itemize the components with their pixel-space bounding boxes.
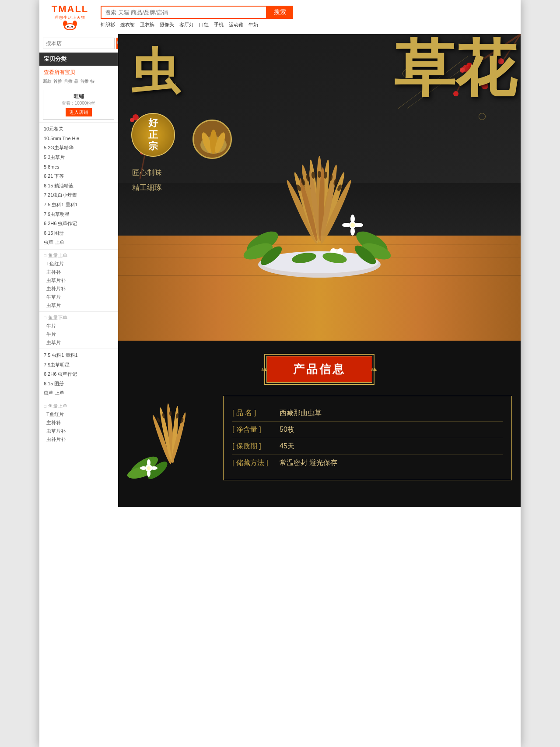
- label-qty: [ 净含量 ]: [232, 425, 276, 434]
- info-row-storage: [ 储藏方法 ] 常温密封 避光保存: [232, 455, 503, 471]
- sidebar-item2-0[interactable]: 7.5 虫科1 量科1: [39, 351, 118, 360]
- gold-badge-text: 好 正 宗: [148, 117, 158, 152]
- nav-link-milk[interactable]: 牛奶: [248, 21, 258, 28]
- sidebar-item-1[interactable]: 10.5mm The Hie: [39, 134, 118, 144]
- sidebar-sub-g2-2[interactable]: 虫草片: [39, 338, 118, 347]
- sidebar-item-8[interactable]: 7.5 虫科1 量科1: [39, 200, 118, 210]
- sidebar-item-11[interactable]: 6.15 图册: [39, 229, 118, 238]
- sidebar-divider-5: [39, 400, 118, 400]
- info-row-qty: [ 净含量 ] 50枚: [232, 422, 503, 438]
- nav-link-phone[interactable]: 手机: [214, 21, 224, 28]
- search-button[interactable]: 搜索: [267, 6, 293, 19]
- value-shelf: 45天: [280, 442, 294, 451]
- sidebar-item2-1[interactable]: 7.9虫草明星: [39, 360, 118, 370]
- value-storage: 常温密封 避光保存: [280, 458, 337, 468]
- nav-link-knit[interactable]: 针织衫: [101, 21, 115, 28]
- nav-link-sweat[interactable]: 卫衣裤: [140, 21, 154, 28]
- sidebar-sub-3[interactable]: 虫补片补: [39, 285, 118, 293]
- sidebar-item-9[interactable]: 7.9虫草明星: [39, 210, 118, 219]
- small-circle-image: [194, 121, 232, 159]
- gold-badge: 好 正 宗: [131, 113, 175, 157]
- hero-section: 虫 草花 好 正 宗: [118, 34, 521, 341]
- sidebar-sub-g3-1[interactable]: 主补补: [39, 419, 118, 427]
- value-name: 西藏那曲虫草: [280, 409, 322, 418]
- second-cordyceps-svg: [127, 396, 210, 492]
- sidebar-divider-2: [39, 249, 118, 250]
- nav-link-lipstick[interactable]: 口红: [199, 21, 209, 28]
- sidebar-sub-g3-0[interactable]: T鱼红片: [39, 410, 118, 419]
- sidebar-item-0[interactable]: 10元相关: [39, 124, 118, 134]
- main-content: 虫 草花 好 正 宗: [118, 34, 521, 507]
- title-bug-char: 虫: [131, 47, 179, 95]
- sidebar-item2-3[interactable]: 6.15 图册: [39, 379, 118, 389]
- sidebar-sub-0[interactable]: T鱼红片: [39, 260, 118, 268]
- label-shelf: [ 保质期 ]: [232, 442, 276, 451]
- sidebar-sub-g2-0[interactable]: 牛片: [39, 322, 118, 330]
- sidebar-category-title: 宝贝分类: [39, 53, 118, 66]
- sidebar-item-7[interactable]: 7.21虫白小炸酱: [39, 190, 118, 200]
- tmall-header: TMALL 理想生活上天猫 搜索: [39, 0, 521, 34]
- main-layout: 🔍 宝贝分类 查看所有宝贝 新款 首推 首推 品 首推 特: [39, 34, 521, 507]
- svg-point-44: [337, 248, 343, 254]
- sidebar-group3: 鱼量上单: [39, 402, 118, 410]
- svg-point-72: [342, 223, 351, 227]
- svg-point-80: [147, 470, 150, 477]
- white-flower-svg: [340, 212, 366, 238]
- sidebar-sub-g3-2[interactable]: 虫草片补: [39, 427, 118, 435]
- search-row: 搜索: [101, 6, 512, 19]
- page-wrapper: TMALL 理想生活上天猫 搜索: [0, 0, 560, 747]
- product-info-header: 产品信息 ❧ ❧: [127, 354, 512, 385]
- nav-link-shoes[interactable]: 运动鞋: [229, 21, 243, 28]
- sidebar-item-4[interactable]: 5.8mcs: [39, 162, 118, 172]
- product-info-table: [ 品 名 ] 西藏那曲虫草 [ 净含量 ] 50枚 [ 保质期 ]: [223, 396, 512, 480]
- sidebar-divider-4: [39, 349, 118, 349]
- cordyceps-pile: [236, 146, 402, 288]
- nav-link-light[interactable]: 客厅灯: [179, 21, 194, 28]
- sidebar-search-input[interactable]: [43, 38, 115, 49]
- page-inner: TMALL 理想生活上天猫 搜索: [39, 0, 521, 747]
- product-info-content: [ 品 名 ] 西藏那曲虫草 [ 净含量 ] 50枚 [ 保质期 ]: [127, 396, 512, 494]
- svg-point-64: [318, 171, 321, 178]
- title-grass-flower: 草花: [394, 39, 516, 100]
- svg-point-74: [350, 223, 355, 227]
- tmall-logo-sub: 理想生活上天猫: [55, 15, 85, 21]
- sidebar-sub-1[interactable]: 主补补: [39, 268, 118, 276]
- svg-point-83: [147, 466, 150, 470]
- sidebar-group-fish-up: 鱼量上单: [39, 251, 118, 260]
- tmall-logo: TMALL 理想生活上天猫: [48, 4, 92, 30]
- nav-link-dress[interactable]: 连衣裙: [120, 21, 135, 28]
- value-qty: 50枚: [280, 425, 294, 434]
- store-card: 旺铺 查看：10000粉丝 进入店铺: [43, 90, 114, 120]
- svg-point-70: [350, 215, 355, 223]
- sidebar-item-5[interactable]: 6.21 下等: [39, 172, 118, 181]
- sidebar-sub-g3-3[interactable]: 虫补片补: [39, 435, 118, 444]
- cat-icon: [62, 21, 78, 30]
- store-card-desc: 查看：10000粉丝: [46, 100, 111, 106]
- sidebar: 🔍 宝贝分类 查看所有宝贝 新款 首推 首推 品 首推 特: [39, 34, 118, 507]
- sidebar-item-2[interactable]: 5.2G虫草精华: [39, 143, 118, 153]
- badge-inner: 产品信息: [266, 356, 372, 383]
- sidebar-item-6[interactable]: 6.15 精油精液: [39, 181, 118, 191]
- ornament-left: ❧: [261, 364, 268, 375]
- sidebar-item-12[interactable]: 虫草 上单: [39, 238, 118, 247]
- subtitle-area: 匠心制味 精工细琢: [132, 166, 162, 195]
- label-name: [ 品 名 ]: [232, 409, 276, 418]
- svg-point-23: [130, 118, 134, 122]
- sidebar-item2-4[interactable]: 虫草 上单: [39, 388, 118, 398]
- product-info-section: 产品信息 ❧ ❧: [118, 341, 521, 507]
- svg-point-81: [140, 466, 147, 470]
- cordyceps-svg: [236, 146, 402, 286]
- sidebar-tag-row: 新款 首推 首推 品 首推 特: [39, 78, 118, 85]
- sidebar-sub-2[interactable]: 虫草片补: [39, 276, 118, 285]
- svg-point-91: [169, 411, 172, 416]
- sidebar-item2-2[interactable]: 6.2H6 虫草作记: [39, 370, 118, 379]
- enter-store-button[interactable]: 进入店铺: [66, 108, 92, 116]
- sidebar-item-10[interactable]: 6.2H6 虫草作记: [39, 219, 118, 229]
- sidebar-item-3[interactable]: 5.3虫草片: [39, 153, 118, 162]
- sidebar-sub-g2-1[interactable]: 牛片: [39, 330, 118, 338]
- nav-link-camera[interactable]: 摄像头: [160, 21, 174, 28]
- sidebar-item-featured[interactable]: 查看所有宝贝: [39, 67, 118, 78]
- sidebar-sub-4[interactable]: 牛草片: [39, 293, 118, 301]
- search-input[interactable]: [101, 6, 267, 19]
- sidebar-sub-5[interactable]: 虫草片: [39, 301, 118, 310]
